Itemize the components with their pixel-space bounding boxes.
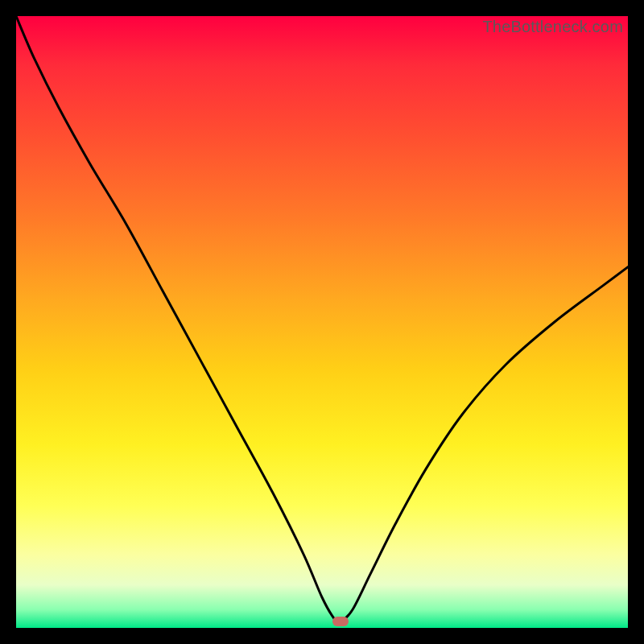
bottleneck-curve [16,16,628,628]
optimum-marker [332,617,349,626]
chart-plot-area: TheBottleneck.com [16,16,628,628]
chart-frame: TheBottleneck.com [0,0,644,644]
curve-path [16,16,628,622]
